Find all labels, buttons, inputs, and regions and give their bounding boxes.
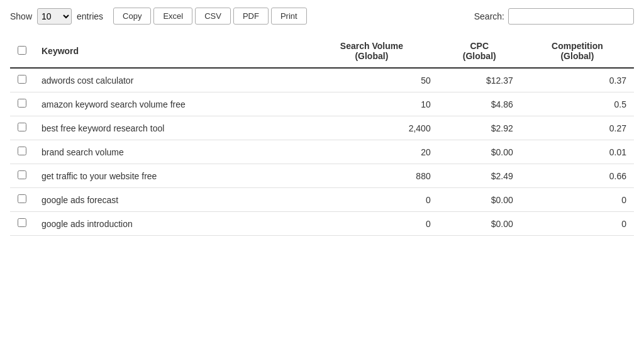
csv-button[interactable]: CSV <box>195 8 231 25</box>
row-checkbox[interactable] <box>18 99 26 108</box>
row-keyword: google ads forecast <box>34 188 305 212</box>
row-keyword: brand search volume <box>34 140 305 164</box>
row-search-volume: 10 <box>305 92 438 116</box>
table-row: google ads introduction0$0.000 <box>10 212 634 236</box>
row-keyword: adwords cost calculator <box>34 68 305 92</box>
row-keyword: best free keyword research tool <box>34 116 305 140</box>
table-row: get traffic to your website free880$2.49… <box>10 164 634 188</box>
row-check-cell <box>10 212 34 236</box>
copy-button[interactable]: Copy <box>113 8 151 25</box>
row-keyword: google ads introduction <box>34 212 305 236</box>
header-search-volume: Search Volume(Global) <box>305 35 438 68</box>
search-input[interactable] <box>508 8 634 25</box>
row-checkbox[interactable] <box>18 123 26 131</box>
table-row: google ads forecast0$0.000 <box>10 188 634 212</box>
data-table: Keyword Search Volume(Global) CPC(Global… <box>10 35 634 236</box>
row-cpc: $0.00 <box>438 212 521 236</box>
row-search-volume: 0 <box>305 212 438 236</box>
row-check-cell <box>10 140 34 164</box>
row-checkbox[interactable] <box>18 218 26 227</box>
row-search-volume: 0 <box>305 188 438 212</box>
row-search-volume: 880 <box>305 164 438 188</box>
excel-button[interactable]: Excel <box>153 8 192 25</box>
row-competition: 0.01 <box>521 140 634 164</box>
row-keyword: get traffic to your website free <box>34 164 305 188</box>
row-checkbox[interactable] <box>18 75 26 84</box>
table-row: brand search volume20$0.000.01 <box>10 140 634 164</box>
row-competition: 0 <box>521 212 634 236</box>
row-check-cell <box>10 188 34 212</box>
row-keyword: amazon keyword search volume free <box>34 92 305 116</box>
row-competition: 0 <box>521 188 634 212</box>
row-cpc: $2.92 <box>438 116 521 140</box>
row-cpc: $2.49 <box>438 164 521 188</box>
row-cpc: $0.00 <box>438 188 521 212</box>
row-check-cell <box>10 164 34 188</box>
row-search-volume: 2,400 <box>305 116 438 140</box>
entries-select[interactable]: 10 25 50 100 <box>37 8 72 25</box>
row-search-volume: 50 <box>305 68 438 92</box>
select-all-checkbox[interactable] <box>18 46 26 55</box>
row-competition: 0.27 <box>521 116 634 140</box>
row-competition: 0.37 <box>521 68 634 92</box>
table-row: adwords cost calculator50$12.370.37 <box>10 68 634 92</box>
show-label: Show <box>10 11 32 21</box>
row-search-volume: 20 <box>305 140 438 164</box>
table-row: best free keyword research tool2,400$2.9… <box>10 116 634 140</box>
row-checkbox[interactable] <box>18 170 26 179</box>
table-row: amazon keyword search volume free10$4.86… <box>10 92 634 116</box>
print-button[interactable]: Print <box>271 8 307 25</box>
row-cpc: $4.86 <box>438 92 521 116</box>
header-keyword: Keyword <box>34 35 305 68</box>
export-buttons: Copy Excel CSV PDF Print <box>113 8 307 25</box>
row-check-cell <box>10 68 34 92</box>
header-check <box>10 35 34 68</box>
search-area: Search: <box>474 8 634 25</box>
header-competition: Competition(Global) <box>521 35 634 68</box>
row-competition: 0.5 <box>521 92 634 116</box>
search-label: Search: <box>474 11 504 21</box>
toolbar: Show 10 25 50 100 entries Copy Excel CSV… <box>10 8 634 25</box>
header-cpc: CPC(Global) <box>438 35 521 68</box>
row-checkbox[interactable] <box>18 194 26 203</box>
row-checkbox[interactable] <box>18 147 26 155</box>
entries-label: entries <box>77 11 103 21</box>
row-cpc: $12.37 <box>438 68 521 92</box>
row-competition: 0.66 <box>521 164 634 188</box>
row-check-cell <box>10 92 34 116</box>
row-check-cell <box>10 116 34 140</box>
pdf-button[interactable]: PDF <box>233 8 269 25</box>
row-cpc: $0.00 <box>438 140 521 164</box>
